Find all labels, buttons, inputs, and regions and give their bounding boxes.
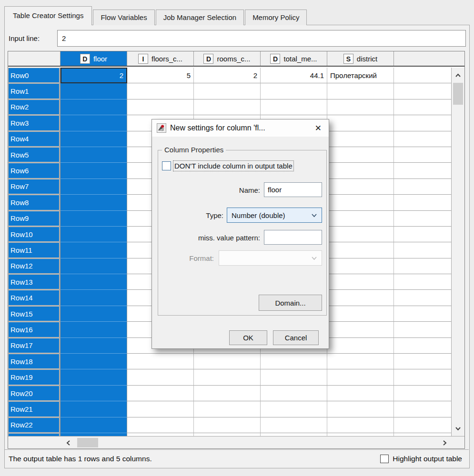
column-header-total-me[interactable]: D total_me... [261,51,327,66]
cell-Row9-district[interactable] [327,211,394,227]
row-header-Row1[interactable]: Row1 [8,83,61,99]
cell-Row21-district[interactable] [327,401,394,417]
vertical-scrollbar[interactable] [451,68,464,436]
cell-Row18-district[interactable] [327,354,394,369]
cell-Row2-floor[interactable] [61,99,127,115]
cell-Row6-district[interactable] [327,163,394,178]
name-input[interactable]: floor [264,182,322,197]
cell-Row18-floors_c...[interactable] [127,354,194,369]
column-header-rooms-c[interactable]: D rooms_c... [194,51,261,66]
cell-Row22-district[interactable] [327,417,394,433]
cell-Row1-total_me...[interactable] [261,83,327,99]
row-header-Row19[interactable]: Row19 [8,369,61,385]
tab-job-manager-selection[interactable]: Job Manager Selection [156,10,244,25]
cell-empty[interactable] [394,417,452,433]
dont-include-checkbox[interactable] [162,161,171,170]
cell-Row1-district[interactable] [327,83,394,99]
row-header-Row10[interactable]: Row10 [8,227,61,242]
row-header-Row8[interactable]: Row8 [8,195,61,210]
cell-Row2-floors_c...[interactable] [127,99,194,115]
cell-Row4-district[interactable] [327,131,394,147]
row-header-Row2[interactable]: Row2 [8,99,61,115]
cell-Row18-total_me...[interactable] [261,354,327,369]
cell-Row17-district[interactable] [327,338,394,354]
row-header-Row0[interactable]: Row0 [8,68,61,83]
cell-Row19-floor[interactable] [61,369,127,385]
cell-Row1-floors_c...[interactable] [127,83,194,99]
scroll-up-icon[interactable] [452,69,464,82]
cell-empty[interactable] [394,147,452,163]
input-line-field[interactable]: 2 [57,30,466,47]
row-header-Row5[interactable]: Row5 [8,147,61,163]
cell-Row2-rooms_c...[interactable] [194,99,261,115]
row-header-Row13[interactable]: Row13 [8,274,61,290]
row-header-Row17[interactable]: Row17 [8,338,61,354]
row-header-Row21[interactable]: Row21 [8,401,61,417]
row-header-Row16[interactable]: Row16 [8,322,61,337]
tab-flow-variables[interactable]: Flow Variables [93,10,154,25]
cell-Row0-district[interactable]: Пролетарский [327,68,394,83]
cell-Row5-district[interactable] [327,147,394,163]
row-header-Row15[interactable]: Row15 [8,306,61,322]
cell-Row10-floor[interactable] [61,227,127,242]
horizontal-scrollbar[interactable] [8,436,464,448]
dont-include-label[interactable]: DON'T include column in output table [173,161,293,171]
cell-Row11-district[interactable] [327,242,394,258]
cell-Row2-district[interactable] [327,99,394,115]
cell-Row2-total_me...[interactable] [261,99,327,115]
miss-value-input[interactable] [264,230,322,245]
cell-Row16-district[interactable] [327,322,394,337]
scroll-right-icon[interactable] [438,436,451,449]
cell-empty[interactable] [394,68,452,83]
cell-empty[interactable] [394,115,452,131]
cell-Row0-floor[interactable]: 2 [61,68,127,83]
row-header-Row11[interactable]: Row11 [8,242,61,258]
cell-Row9-floor[interactable] [61,211,127,227]
cell-empty[interactable] [394,227,452,242]
tab-memory-policy[interactable]: Memory Policy [245,10,307,25]
cell-Row1-floor[interactable] [61,83,127,99]
cell-Row11-floor[interactable] [61,242,127,258]
cell-Row15-district[interactable] [327,306,394,322]
cell-Row19-total_me...[interactable] [261,369,327,385]
scroll-left-icon[interactable] [61,436,75,449]
cell-empty[interactable] [394,195,452,210]
cell-Row1-rooms_c...[interactable] [194,83,261,99]
cell-empty[interactable] [394,354,452,369]
row-header-Row14[interactable]: Row14 [8,290,61,306]
cell-empty[interactable] [394,369,452,385]
cell-Row7-floor[interactable] [61,179,127,195]
column-header-floor[interactable]: D floor [61,51,127,66]
cell-Row21-floors_c...[interactable] [127,401,194,417]
cell-Row16-floor[interactable] [61,322,127,337]
dialog-title-bar[interactable]: New settings for column 'fl... ✕ [152,119,329,137]
cell-Row21-floor[interactable] [61,401,127,417]
cell-Row4-floor[interactable] [61,131,127,147]
row-header-Row22[interactable]: Row22 [8,417,61,433]
type-select[interactable]: Number (double) [227,208,322,223]
close-icon[interactable]: ✕ [313,123,324,133]
cell-empty[interactable] [394,242,452,258]
cell-Row5-floor[interactable] [61,147,127,163]
row-header-Row20[interactable]: Row20 [8,386,61,401]
cell-Row20-rooms_c...[interactable] [194,386,261,401]
cell-Row22-floors_c...[interactable] [127,417,194,433]
cell-empty[interactable] [394,338,452,354]
row-header-Row6[interactable]: Row6 [8,163,61,178]
cell-Row8-floor[interactable] [61,195,127,210]
ok-button[interactable]: OK [229,330,267,345]
highlight-output-checkbox[interactable] [380,455,389,463]
scroll-down-icon[interactable] [452,422,464,435]
cell-empty[interactable] [394,163,452,178]
cell-Row20-floors_c...[interactable] [127,386,194,401]
cell-Row10-district[interactable] [327,227,394,242]
cell-empty[interactable] [394,322,452,337]
cell-Row15-floor[interactable] [61,306,127,322]
domain-button[interactable]: Domain... [259,295,322,311]
cell-Row7-district[interactable] [327,179,394,195]
cell-Row12-floor[interactable] [61,258,127,274]
cancel-button[interactable]: Cancel [273,330,319,345]
row-header-Row18[interactable]: Row18 [8,354,61,369]
cell-Row19-floors_c...[interactable] [127,369,194,385]
cell-empty[interactable] [394,179,452,195]
